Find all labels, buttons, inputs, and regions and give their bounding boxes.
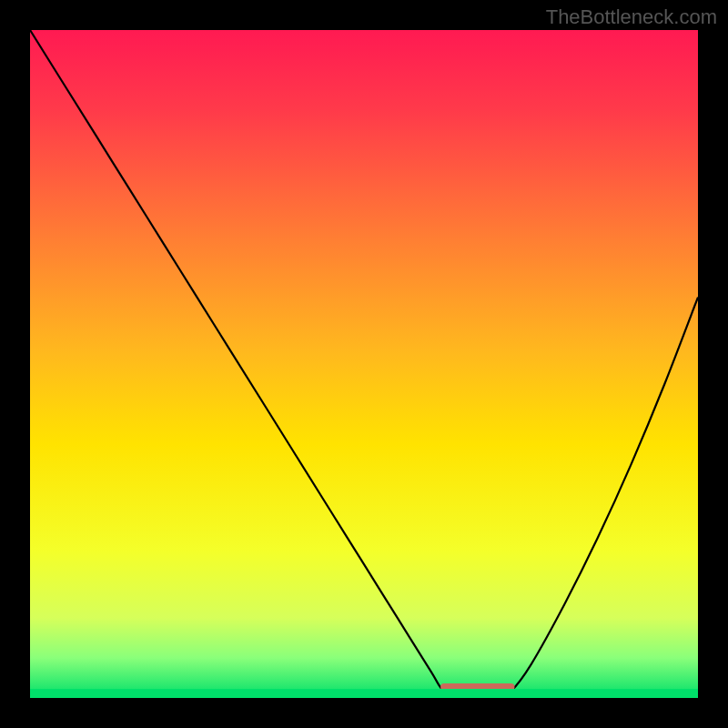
- bottom-green-bar: [30, 689, 698, 698]
- plot-area: [30, 30, 698, 698]
- watermark-text: TheBottleneck.com: [546, 5, 717, 29]
- bottleneck-curve: [30, 30, 698, 698]
